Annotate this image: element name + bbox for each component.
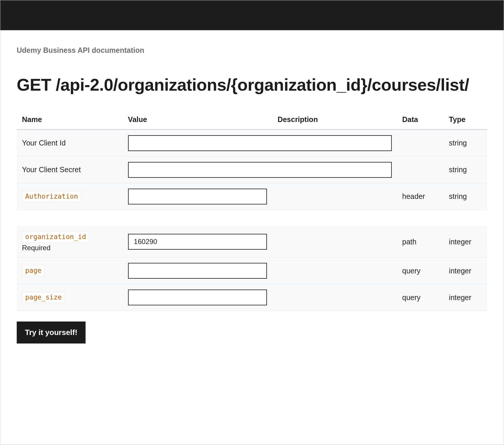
param-description xyxy=(272,258,397,284)
param-data: query xyxy=(397,284,444,311)
param-label: Your Client Id xyxy=(22,139,66,147)
param-code-badge: Authorization xyxy=(22,191,81,202)
param-type: integer xyxy=(444,258,487,284)
param-code-badge: organization_id xyxy=(22,231,89,243)
table-row: pagequeryinteger xyxy=(17,258,487,284)
param-data xyxy=(397,129,444,156)
param-description xyxy=(272,226,397,257)
param-data xyxy=(397,156,444,183)
page-title: GET /api-2.0/organizations/{organization… xyxy=(17,75,487,95)
param-input[interactable] xyxy=(128,189,267,204)
table-spacer xyxy=(17,210,487,226)
param-input[interactable] xyxy=(128,162,392,178)
table-row: Your Client Secretstring xyxy=(17,156,487,183)
th-value: Value xyxy=(123,111,273,130)
param-type: integer xyxy=(444,284,487,311)
param-code-badge: page xyxy=(22,265,45,276)
param-description xyxy=(272,183,397,210)
try-it-button[interactable]: Try it yourself! xyxy=(17,322,86,344)
param-type: string xyxy=(444,156,487,183)
top-bar xyxy=(0,0,504,30)
param-input[interactable] xyxy=(128,234,267,250)
param-label: Your Client Secret xyxy=(22,165,81,174)
param-data: path xyxy=(397,226,444,257)
param-type: integer xyxy=(444,226,487,257)
param-type: string xyxy=(444,129,487,156)
param-data: query xyxy=(397,258,444,284)
th-data: Data xyxy=(397,111,444,130)
param-data: header xyxy=(397,183,444,210)
param-code-badge: page_size xyxy=(22,292,65,303)
param-input[interactable] xyxy=(128,135,392,151)
th-name: Name xyxy=(17,111,123,130)
table-row: page_sizequeryinteger xyxy=(17,284,487,311)
param-input[interactable] xyxy=(128,290,267,305)
table-row: Authorizationheaderstring xyxy=(17,183,487,210)
param-type: string xyxy=(444,183,487,210)
param-description xyxy=(272,284,397,311)
param-input[interactable] xyxy=(128,263,267,279)
breadcrumb[interactable]: Udemy Business API documentation xyxy=(17,46,487,55)
th-description: Description xyxy=(272,111,397,130)
th-type: Type xyxy=(444,111,487,130)
table-row: organization_idRequiredpathinteger xyxy=(17,226,487,257)
table-row: Your Client Idstring xyxy=(17,129,487,156)
params-table: Name Value Description Data Type Your Cl… xyxy=(17,111,487,311)
required-label: Required xyxy=(22,244,118,252)
